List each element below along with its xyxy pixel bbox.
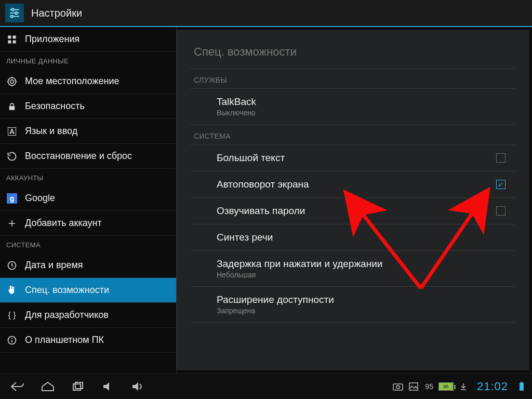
sidebar-item-about[interactable]: О планшетном ПК — [0, 328, 176, 353]
svg-point-3 — [15, 12, 17, 14]
sidebar-item-label: Дата и время — [25, 260, 83, 271]
checkbox-speak-passwords[interactable] — [496, 206, 506, 216]
sidebar-item-label: Язык и ввод — [25, 126, 77, 137]
svg-rect-16 — [9, 106, 15, 110]
sidebar-item-google[interactable]: g Google — [0, 186, 176, 211]
svg-rect-25 — [75, 382, 83, 389]
svg-point-29 — [396, 385, 400, 389]
sidebar-item-backup-reset[interactable]: Восстановление и сброс — [0, 144, 176, 169]
apps-icon — [6, 34, 18, 45]
sidebar-item-label: О планшетном ПК — [25, 335, 104, 345]
location-icon — [6, 76, 18, 87]
sidebar-item-language[interactable]: A Язык и ввод — [0, 119, 176, 144]
info-icon — [6, 335, 18, 346]
sidebar-item-apps[interactable]: Приложения — [0, 27, 176, 52]
sidebar-item-label: Приложения — [25, 34, 79, 45]
nav-recent-button[interactable] — [64, 377, 91, 396]
status-clock: 21:02 — [477, 380, 508, 393]
sidebar-item-label: Безопасность — [25, 101, 85, 112]
system-navigation-bar: 95 95 21:02 — [0, 373, 532, 399]
settings-app-icon — [5, 4, 24, 22]
sidebar-item-label: Восстановление и сброс — [25, 151, 132, 162]
row-title: Задержка при нажатии и удержании — [217, 258, 382, 270]
nav-home-button[interactable] — [34, 377, 61, 396]
group-header-system: СИСТЕМА — [191, 125, 515, 145]
titlebar-title: Настройки — [31, 7, 82, 19]
battery-percent-text: 95 — [425, 382, 433, 391]
hand-icon — [6, 285, 18, 296]
sidebar-item-label: Мое местоположение — [25, 76, 119, 87]
svg-point-1 — [12, 8, 14, 10]
checkbox-large-text[interactable] — [496, 153, 506, 163]
sidebar-item-accessibility[interactable]: Спец. возможности — [0, 278, 176, 303]
row-tts[interactable]: Синтез речи — [191, 224, 515, 251]
row-speak-passwords[interactable]: Озвучивать пароли — [191, 198, 515, 224]
svg-rect-6 — [8, 35, 11, 38]
svg-rect-9 — [13, 40, 16, 43]
group-header-services: СЛУЖБЫ — [191, 69, 515, 89]
row-accessibility-extension[interactable]: Расширение доступности Запрещена — [191, 287, 515, 323]
svg-marker-27 — [132, 382, 138, 391]
titlebar: Настройки — [0, 0, 532, 27]
svg-rect-33 — [520, 383, 524, 391]
row-sub: Выключено — [217, 109, 256, 117]
svg-rect-24 — [73, 384, 81, 390]
svg-rect-28 — [393, 384, 403, 390]
settings-sidebar: Приложения ЛИЧНЫЕ ДАННЫЕ Мое местоположе… — [0, 27, 177, 373]
camera-icon — [392, 380, 404, 393]
nav-volume-up-button[interactable] — [125, 377, 152, 396]
battery-icon: 95 — [438, 382, 454, 391]
svg-point-22 — [11, 338, 12, 339]
sidebar-section-header-accounts: АККАУНТЫ — [0, 169, 176, 186]
row-sub: Запрещена — [217, 307, 334, 315]
clock-icon — [6, 260, 18, 271]
row-title: Большой текст — [217, 152, 285, 164]
image-icon — [407, 380, 420, 393]
sidebar-item-label: Добавить аккаунт — [25, 218, 102, 229]
svg-rect-34 — [521, 382, 523, 383]
sidebar-item-developer[interactable]: { } Для разработчиков — [0, 303, 176, 328]
sidebar-item-add-account[interactable]: Добавить аккаунт — [0, 211, 176, 236]
svg-marker-26 — [103, 382, 109, 391]
svg-point-5 — [10, 15, 12, 17]
sidebar-item-datetime[interactable]: Дата и время — [0, 253, 176, 278]
sidebar-section-header-system: СИСТЕМА — [0, 236, 176, 253]
page-title: Спец. возможности — [191, 38, 515, 69]
sidebar-item-security[interactable]: Безопасность — [0, 94, 176, 119]
checkbox-auto-rotate[interactable] — [496, 180, 506, 189]
svg-point-10 — [10, 79, 14, 83]
download-icon — [457, 380, 470, 393]
svg-rect-8 — [8, 40, 11, 43]
svg-rect-7 — [13, 35, 16, 38]
sidebar-section-header-personal: ЛИЧНЫЕ ДАННЫЕ — [0, 52, 176, 69]
row-title: Автоповорот экрана — [217, 179, 309, 190]
nav-volume-down-button[interactable] — [95, 377, 122, 396]
language-icon: A — [6, 126, 18, 137]
detail-pane: Спец. возможности СЛУЖБЫ TalkBack Выключ… — [177, 30, 529, 370]
nav-back-button[interactable] — [4, 377, 31, 396]
google-icon: g — [6, 193, 18, 204]
row-sub: Небольшая — [217, 271, 382, 279]
sidebar-item-label: Для разработчиков — [25, 310, 109, 321]
svg-rect-30 — [409, 383, 418, 390]
braces-icon: { } — [6, 310, 18, 321]
row-title: Синтез речи — [217, 232, 273, 243]
sidebar-item-label: Google — [25, 193, 55, 204]
row-touch-hold-delay[interactable]: Задержка при нажатии и удержании Небольш… — [191, 251, 515, 287]
svg-point-11 — [8, 77, 16, 85]
row-auto-rotate[interactable]: Автоповорот экрана — [191, 171, 515, 198]
row-title: TalkBack — [217, 96, 256, 108]
row-large-text[interactable]: Большой текст — [191, 145, 515, 171]
lock-icon — [6, 101, 18, 112]
row-talkback[interactable]: TalkBack Выключено — [191, 89, 515, 125]
battery-status-icon — [515, 380, 528, 393]
sidebar-item-location[interactable]: Мое местоположение — [0, 69, 176, 94]
row-title: Расширение доступности — [217, 294, 334, 305]
refresh-icon — [6, 151, 18, 162]
svg-marker-23 — [42, 382, 54, 391]
battery-fill-label: 95 — [439, 383, 453, 390]
plus-icon — [6, 218, 18, 229]
sidebar-item-label: Спец. возможности — [25, 285, 109, 296]
row-title: Озвучивать пароли — [217, 205, 305, 217]
